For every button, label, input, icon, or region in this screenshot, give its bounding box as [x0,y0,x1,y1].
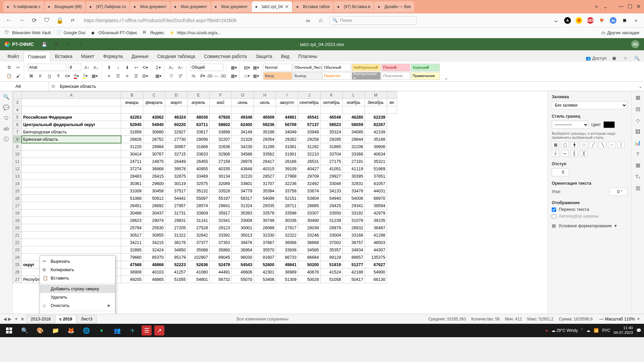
bookmark-star-icon[interactable]: ☆ [317,16,325,24]
open-location-icon[interactable]: ▣ [610,54,618,62]
cell-styles-gallery[interactable]: NormalОбычный_ЛистОбычныйНейтральныйПлох… [263,64,441,80]
chrome-task-icon[interactable]: 🌐 [80,325,93,336]
fill-select[interactable]: Без заливки [552,101,627,109]
menu-Совместная работа[interactable]: Совместная работа [200,51,251,62]
accounting-icon[interactable]: ₽▾ [199,72,206,79]
indent-input[interactable] [552,168,569,176]
menu-Формула[interactable]: Формула [99,51,127,62]
search-task-icon[interactable]: 🔍 [18,325,31,336]
insert-cells-icon[interactable]: ▦▾ [230,64,237,71]
browser-tab[interactable]: ●Мои документ [211,1,251,12]
clear-icon[interactable]: ◇▾ [243,72,251,79]
menu-Сводная таблица[interactable]: Сводная таблица [153,51,199,62]
fx-icon[interactable]: fx [49,84,58,89]
font-name-select[interactable] [28,64,66,71]
sort-desc-icon[interactable]: A↑ [177,64,184,71]
ext-icon-trans[interactable]: 🗛 [610,17,616,24]
super-sub-icon[interactable]: A▾ [64,72,71,79]
menu-Плагины[interactable]: Плагины [294,51,321,62]
menu-Защита[interactable]: Защита [252,51,276,62]
sheet-next-icon[interactable]: ▶ [8,316,11,321]
search-box[interactable]: 🔍 Поиск [329,16,417,25]
pivot-props-icon[interactable]: ▦ [636,162,640,168]
url-input[interactable] [81,16,299,24]
align-mid-icon[interactable]: ↕ [114,64,122,71]
tab-dropdown-button[interactable]: ⌄ [603,3,607,10]
style-Пояснение[interactable]: Пояснение [381,72,410,80]
firefox-task-icon[interactable]: 🦊 [64,325,77,336]
style-Ввод[interactable]: Ввод [263,72,292,80]
browser-tab[interactable]: ●Дизайн — Вик [374,1,414,12]
browser-tab[interactable]: ●Мои документ [130,1,170,12]
bookmark-item[interactable]: 📄Google Doc [56,30,86,36]
style-Вывод[interactable]: Вывод [293,72,322,80]
fill-color-icon[interactable]: ◊▾ [82,72,89,79]
hamburger-icon[interactable]: ≡ [633,17,639,24]
undo-icon[interactable]: ↶ [65,41,72,48]
dec-dec-icon[interactable]: ←.00 [217,72,224,79]
wrap-checkbox[interactable] [552,207,556,212]
increase-font-icon[interactable]: A↑ [83,64,91,71]
print-icon[interactable]: 🖶 [53,41,60,48]
reload-button[interactable]: ⟳ [30,16,38,24]
comments-side-icon[interactable]: 💬 [3,105,9,111]
chart-props-icon[interactable]: 📊 [635,140,641,146]
sheet-tab-с 2019[interactable]: с 2019 [55,315,76,323]
browser-tab[interactable]: ●5 лайфхаков с [3,1,44,12]
slicer-props-icon[interactable]: ▥ [636,185,640,191]
cut-icon[interactable]: ✂ [14,64,22,71]
sheet-prev-icon[interactable]: ◀ [3,316,7,321]
bookmark-item[interactable]: ◆Облачный Р7-Офис [91,30,138,36]
bold-icon[interactable]: Ж [28,72,35,79]
style-Нейтральный[interactable]: Нейтральный [352,64,381,71]
italic-icon[interactable]: К [37,72,44,79]
sheet-tab-Лист3[interactable]: Лист3 [76,315,97,323]
favorite-icon[interactable]: ☆ [622,54,629,62]
shield-icon[interactable]: 🛡 [43,16,51,24]
redo-icon[interactable]: ↷ [77,41,84,48]
browser-tab[interactable]: ●Мои документ [171,1,211,12]
borders-icon[interactable]: ▦▾ [91,72,98,79]
delete-cells-icon[interactable]: ▦▾ [230,72,237,79]
angle-input[interactable] [610,188,627,196]
style-Плохой[interactable]: Плохой [381,64,410,71]
align-top-icon[interactable]: ⬆ [105,64,113,71]
ctx-Копировать[interactable]: ⧉Копировать [40,265,115,274]
browser-tab[interactable]: ●Входящие (89) [45,1,86,12]
paint-task-icon[interactable]: 🎨 [34,325,46,336]
formula-input[interactable] [58,84,637,89]
sort-asc-icon[interactable]: A↓ [168,64,175,71]
other-bookmarks[interactable]: 🗀 Другие закладки [601,31,639,35]
style-Примечание[interactable]: Примечание [411,72,440,80]
user-avatar[interactable]: АВ [631,40,639,48]
align-center-icon[interactable]: ☰ [114,72,122,79]
ctx-Вставить[interactable]: 📋Вставить [40,274,115,282]
forward-button[interactable]: → [17,16,25,24]
wrap-icon[interactable]: ↩ [132,64,140,71]
save-icon[interactable]: 💾 [41,41,48,48]
sum-icon[interactable]: Σ▾ [155,64,162,71]
search-side-icon[interactable]: 🔍 [3,94,9,100]
explorer-task-icon[interactable]: 📁 [49,325,62,336]
new-tab-button[interactable]: ＋ [594,3,599,10]
format-painter-icon[interactable]: 🖌 [14,72,22,79]
clear-filter-icon[interactable]: ▽̸ [177,72,184,79]
ctx-Очистить[interactable]: ◇Очистить▶ [40,301,115,310]
app1-task-icon[interactable]: ☰ [142,325,152,336]
menu-Данные[interactable]: Данные [127,51,153,62]
app2-task-icon[interactable]: ↗ [154,325,164,336]
sign-props-icon[interactable]: Tₐ [635,174,640,180]
telegram-task-icon[interactable]: ✈ [126,325,139,336]
ctx-Удалить[interactable]: Удалить [40,293,115,301]
formula-expand-icon[interactable]: ⌄ [637,83,644,90]
border-style-select[interactable]: ────── [552,121,589,129]
sheet-list-icon[interactable]: ≡ [21,317,23,321]
spell-side-icon[interactable]: ab [3,126,9,131]
ctx-Числовой формат[interactable]: Числовой формат▶ [40,312,115,314]
align-bot-icon[interactable]: ⬇ [123,64,131,71]
menu-Файл[interactable]: Файл [3,51,23,62]
ctx-Добавить строку сверху[interactable]: Добавить строку сверху [40,285,115,293]
tray-expand-icon[interactable]: ˄ [581,328,583,333]
chat-side-icon[interactable]: 🗨 [4,115,9,121]
browser-tab[interactable]: ●Вставка табли [293,1,333,12]
